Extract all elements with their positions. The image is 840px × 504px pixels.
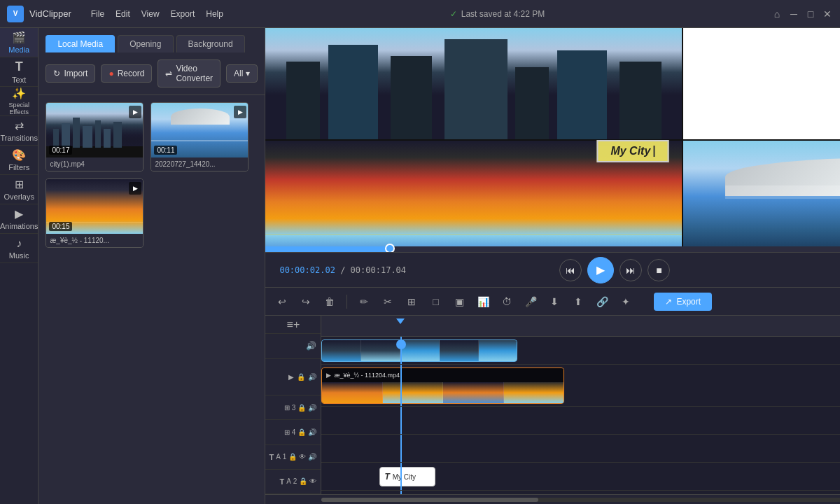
speaker-icon-4[interactable]: 🔊 bbox=[308, 428, 316, 436]
horizontal-scrollbar[interactable] bbox=[265, 494, 840, 504]
menu-edit[interactable]: Edit bbox=[115, 9, 130, 19]
chart-button[interactable]: 📊 bbox=[473, 292, 493, 312]
sidebar-item-effects[interactable]: ✨ Special Effects bbox=[0, 87, 38, 116]
tab-opening[interactable]: Opening bbox=[118, 35, 173, 52]
maximize-button[interactable]: □ bbox=[805, 8, 816, 20]
play-button[interactable]: ▶ bbox=[587, 257, 614, 284]
preview-progress bbox=[265, 246, 391, 252]
eye-icon-6[interactable]: 👁 bbox=[309, 477, 316, 485]
eye-icon-5[interactable]: 👁 bbox=[299, 453, 306, 461]
prev-button[interactable]: ⏮ bbox=[559, 259, 582, 281]
text-icon-5: T bbox=[269, 453, 274, 461]
track-label-1: 🔊 bbox=[265, 334, 321, 358]
speaker-icon-1[interactable]: 🔊 bbox=[306, 341, 316, 351]
preview-cell-1 bbox=[265, 28, 682, 139]
cut-marker[interactable] bbox=[396, 340, 406, 349]
add-button[interactable]: ⊞ bbox=[402, 292, 421, 312]
media-item-1[interactable]: ▶ 00:17 city(1).mp4 bbox=[46, 102, 144, 172]
media-item-2[interactable]: ▶ 00:11 20220727_14420... bbox=[150, 102, 248, 172]
media-panel: Local Media Opening Background ↻ Import … bbox=[38, 28, 265, 504]
audio-button[interactable]: 🎤 bbox=[521, 292, 540, 312]
text-icon-6: T bbox=[279, 477, 284, 486]
menu-help[interactable]: Help bbox=[206, 9, 223, 19]
sidebar-item-filters[interactable]: 🎨 Filters bbox=[0, 146, 38, 175]
up-button[interactable]: ⬆ bbox=[568, 292, 588, 312]
sidebar-item-overlays[interactable]: ⊞ Overlays bbox=[0, 175, 38, 204]
clip-text-1[interactable]: T My City bbox=[379, 467, 435, 486]
tab-background[interactable]: Background bbox=[176, 35, 245, 52]
progress-handle[interactable] bbox=[385, 244, 395, 252]
clip-2-header: ▶ æ_¥è_½ - 111204.mp4 bbox=[322, 368, 564, 382]
delete-button[interactable]: 🗑 bbox=[320, 292, 340, 312]
lock-icon-6[interactable]: 🔒 bbox=[299, 477, 307, 485]
music-icon: ♪ bbox=[16, 237, 22, 250]
toolbar-separator-1 bbox=[346, 295, 347, 309]
speaker-icon-3[interactable]: 🔊 bbox=[308, 404, 316, 412]
sidebar-item-text[interactable]: T Text bbox=[0, 57, 38, 87]
lock-icon-4[interactable]: 🔒 bbox=[298, 428, 306, 436]
sidebar-label-filters: Filters bbox=[8, 163, 29, 172]
import-button[interactable]: ↻ Import bbox=[46, 64, 95, 83]
tab-local-media[interactable]: Local Media bbox=[46, 35, 115, 52]
timeline-inner: 00:00 00:08 00:16 bbox=[321, 316, 840, 494]
play-icon-2[interactable]: ▶ bbox=[288, 373, 294, 381]
import-icon: ↻ bbox=[53, 69, 60, 78]
text-icon: T bbox=[15, 59, 23, 74]
track-num-4: 4 bbox=[292, 428, 296, 436]
sidebar-item-music[interactable]: ♪ Music bbox=[0, 234, 38, 263]
animations-icon: ▶ bbox=[15, 207, 23, 220]
lock-icon-2[interactable]: 🔒 bbox=[297, 373, 305, 381]
text-overlay[interactable]: My City bbox=[596, 140, 668, 162]
clip-2[interactable]: ▶ æ_¥è_½ - 111204.mp4 bbox=[321, 368, 564, 404]
export-button[interactable]: ↗ Export bbox=[654, 293, 712, 311]
sidebar-item-transitions[interactable]: ⇄ Transitions bbox=[0, 116, 38, 146]
crop-button[interactable]: □ bbox=[426, 292, 445, 312]
stop-button[interactable]: ■ bbox=[648, 259, 670, 281]
h-scrollbar-thumb[interactable] bbox=[321, 498, 538, 502]
export-icon: ↗ bbox=[665, 297, 672, 307]
add-track-button[interactable]: ≡+ bbox=[287, 318, 300, 331]
star-button[interactable]: ✦ bbox=[616, 292, 636, 312]
timer-button[interactable]: ⏱ bbox=[497, 292, 517, 312]
preview-seekbar[interactable] bbox=[265, 246, 840, 252]
sidebar-label-transitions: Transitions bbox=[1, 134, 38, 142]
main-layout: 🎬 Media T Text ✨ Special Effects ⇄ Trans… bbox=[0, 28, 840, 504]
redo-button[interactable]: ↪ bbox=[296, 292, 316, 312]
home-button[interactable]: ⌂ bbox=[771, 8, 783, 20]
sidebar-item-animations[interactable]: ▶ Animations bbox=[0, 204, 38, 234]
h-scrollbar-track[interactable] bbox=[321, 498, 840, 502]
converter-icon: ⇌ bbox=[165, 69, 172, 78]
undo-button[interactable]: ↩ bbox=[272, 292, 292, 312]
timeline-scroll[interactable]: 00:00 00:08 00:16 bbox=[321, 316, 840, 494]
video-badge-2: ▶ bbox=[234, 106, 246, 118]
media-thumb-2: ▶ 00:11 bbox=[151, 103, 248, 158]
record-button[interactable]: ● Record bbox=[101, 64, 152, 83]
duration-1: 00:17 bbox=[49, 146, 72, 155]
media-item-3[interactable]: ▶ 00:15 æ_¥è_½ - 11120... bbox=[46, 178, 144, 248]
track-label-3: ⊞ 3 🔒 🔊 bbox=[265, 396, 321, 420]
clip-1[interactable] bbox=[321, 340, 517, 362]
edit-button[interactable]: ✏ bbox=[354, 292, 374, 312]
sidebar-item-media[interactable]: 🎬 Media bbox=[0, 28, 38, 57]
cut-button[interactable]: ✂ bbox=[378, 292, 398, 312]
overlays-icon: ⊞ bbox=[15, 178, 24, 191]
fit-button[interactable]: ▣ bbox=[449, 292, 469, 312]
down-button[interactable]: ⬇ bbox=[545, 292, 564, 312]
converter-button[interactable]: ⇌ Video Converter bbox=[158, 59, 220, 88]
media-icon: 🎬 bbox=[12, 31, 26, 44]
speaker-icon-2[interactable]: 🔊 bbox=[308, 373, 316, 381]
effects-icon: ✨ bbox=[12, 87, 26, 100]
filter-dropdown[interactable]: All ▾ bbox=[226, 64, 258, 83]
track-num-6: 2 bbox=[293, 477, 298, 485]
minimize-button[interactable]: ─ bbox=[788, 8, 799, 20]
speaker-icon-5[interactable]: 🔊 bbox=[308, 453, 316, 461]
next-button[interactable]: ⏭ bbox=[620, 259, 642, 281]
lock-icon-5[interactable]: 🔒 bbox=[288, 453, 297, 461]
preview-cell-4 bbox=[683, 141, 840, 252]
menu-view[interactable]: View bbox=[141, 9, 160, 19]
menu-export[interactable]: Export bbox=[171, 9, 195, 19]
close-button[interactable]: ✕ bbox=[822, 8, 833, 20]
link-button[interactable]: 🔗 bbox=[592, 292, 612, 312]
lock-icon-3[interactable]: 🔒 bbox=[298, 404, 306, 412]
menu-file[interactable]: File bbox=[91, 9, 104, 19]
